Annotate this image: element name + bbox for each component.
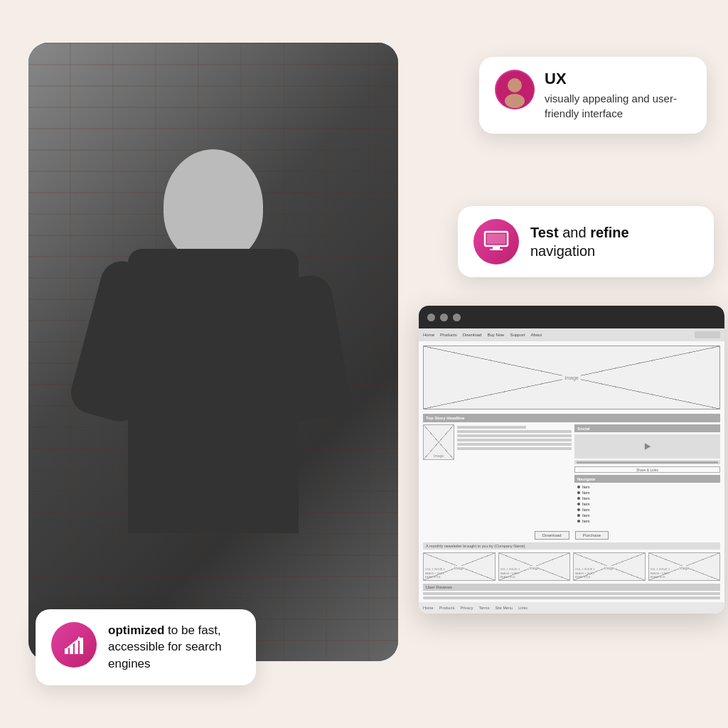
wf-text-line: [457, 434, 572, 437]
svg-rect-4: [493, 246, 500, 249]
svg-rect-9: [75, 641, 78, 654]
ux-title: UX: [545, 70, 691, 88]
wf-nav-home: Home: [423, 333, 434, 337]
test-card-text: Test and refine navigation: [530, 223, 698, 260]
wireframe-progress: [574, 460, 720, 464]
wireframe-story-bar: Top Story Headline: [423, 414, 720, 422]
photo-card: [28, 43, 398, 661]
wireframe-small-image-3: Image VOL.1 ISSUE 1IMAGE • VERYBEAUTIFUL: [573, 552, 646, 581]
wf-nav-products: Products: [440, 333, 457, 337]
monitor-icon: [483, 229, 509, 255]
wf-text-line: [423, 592, 720, 595]
wireframe-social-bar: Social: [574, 424, 720, 432]
wireframe-navigate-bar: Navigate: [574, 475, 720, 483]
small-img-label: Image: [529, 566, 539, 570]
test-sub: navigation: [530, 243, 595, 259]
wf-nav-search: [695, 331, 720, 338]
browser-dot-1: [427, 314, 435, 321]
list-item: Item: [577, 513, 717, 518]
wf-text-line: [457, 443, 572, 446]
wireframe-image-row: Image VOL.1 ISSUE 1IMAGE • VERYBEAUTIFUL…: [423, 552, 720, 581]
wireframe-newsletter: A monthly newsletter brought to you by (…: [423, 542, 720, 550]
wireframe-download-button[interactable]: Download: [535, 531, 569, 540]
test-refine-card: Test and refine navigation: [458, 206, 714, 277]
wireframe-video-thumb: [574, 434, 720, 459]
wireframe-story-row: Image Social: [423, 424, 720, 528]
wireframe-nav: Home Products Download Buy Now Support A…: [419, 328, 724, 341]
svg-point-2: [505, 94, 525, 108]
wireframe-hero: Image: [423, 346, 720, 410]
wf-nav-buynow: Buy Now: [487, 333, 504, 337]
wf-text-line: [457, 426, 526, 429]
footer-privacy: Privacy: [460, 606, 473, 610]
test-refine-title: Test and refine navigation: [530, 223, 698, 260]
wireframe-share-links: Share & Links: [574, 466, 720, 473]
monitor-icon-circle: [473, 219, 519, 264]
wf-text-line: [457, 430, 572, 433]
bullet-icon: [577, 520, 580, 523]
page-container: UX visually appealing and user-friendly …: [0, 0, 728, 728]
avatar: [495, 70, 535, 109]
wf-text-line: [457, 439, 572, 441]
wireframe-story-right: Social Share & Links Navigate Item Item …: [574, 424, 720, 525]
avatar-image: [496, 71, 533, 108]
bullet-icon: [577, 514, 580, 517]
footer-sitemap: Site Menu: [495, 606, 513, 610]
wireframe-story-lines: [457, 424, 572, 525]
browser-wireframe-card: Home Products Download Buy Now Support A…: [419, 306, 724, 614]
bullet-icon: [577, 491, 580, 494]
ux-description: visually appealing and user-friendly int…: [545, 91, 691, 121]
browser-dot-2: [440, 314, 448, 321]
wf-text-line: [423, 596, 720, 599]
wf-nav-about: About: [530, 333, 542, 337]
wireframe-small-image-2: Image VOL.1 ISSUE 1IMAGE • VERYBEAUTIFUL: [498, 552, 571, 581]
wireframe-hero-label: Image: [562, 375, 580, 381]
wireframe-content: Home Products Download Buy Now Support A…: [419, 328, 724, 614]
progress-track: [577, 461, 718, 464]
list-item: Item: [577, 496, 717, 500]
list-item: Item: [577, 491, 717, 495]
list-item: Item: [577, 508, 717, 512]
browser-dot-3: [453, 314, 461, 321]
footer-links: Links: [518, 606, 528, 610]
wireframe-story-left: Image: [423, 424, 572, 525]
wf-nav-download: Download: [463, 333, 482, 337]
footer-terms: Terms: [478, 606, 489, 610]
browser-titlebar: [419, 306, 724, 328]
chart-icon: [62, 633, 86, 657]
test-bold1: Test: [530, 225, 559, 240]
svg-rect-6: [487, 234, 505, 244]
footer-home: Home: [423, 606, 434, 610]
small-img-label: Image: [454, 566, 464, 570]
small-img-label: Image: [604, 566, 614, 570]
wf-text-line: [457, 447, 572, 450]
small-img-label: Image: [679, 566, 689, 570]
photo-background: [28, 43, 398, 661]
bullet-icon: [577, 486, 580, 488]
optimized-card: optimized to be fast, accessible for sea…: [36, 609, 256, 685]
svg-point-1: [508, 78, 522, 92]
test-bold2: refine: [590, 225, 628, 240]
wireframe-small-image-4: Image VOL.1 ISSUE 1IMAGE • VERYBEAUTIFUL: [648, 552, 721, 581]
wireframe-purchase-button[interactable]: Purchase: [575, 531, 609, 540]
chart-icon-circle: [51, 622, 97, 668]
wireframe-buttons-row: Download Purchase: [423, 531, 720, 540]
list-item: Item: [577, 519, 717, 523]
ux-card-text: UX visually appealing and user-friendly …: [545, 70, 691, 121]
footer-products: Products: [439, 606, 455, 610]
person-head: [164, 149, 263, 263]
optimized-card-text: optimized to be fast, accessible for sea…: [108, 622, 240, 673]
optimized-title: optimized to be fast, accessible for sea…: [108, 622, 240, 673]
bullet-icon: [577, 497, 580, 500]
bullet-icon: [577, 503, 580, 505]
wireframe-reviews-bar: User Reviews: [423, 584, 720, 591]
list-item: Item: [577, 485, 717, 489]
list-item: Item: [577, 502, 717, 506]
wireframe-small-image-1: Image VOL.1 ISSUE 1IMAGE • VERYBEAUTIFUL: [423, 552, 496, 581]
wireframe-story-image: Image: [423, 424, 454, 460]
wf-nav-support: Support: [510, 333, 525, 337]
play-icon: [643, 442, 652, 451]
optimized-bold: optimized: [108, 623, 164, 637]
ux-card: UX visually appealing and user-friendly …: [479, 57, 707, 134]
wireframe-footer: Home Products Privacy Terms Site Menu Li…: [419, 602, 724, 614]
